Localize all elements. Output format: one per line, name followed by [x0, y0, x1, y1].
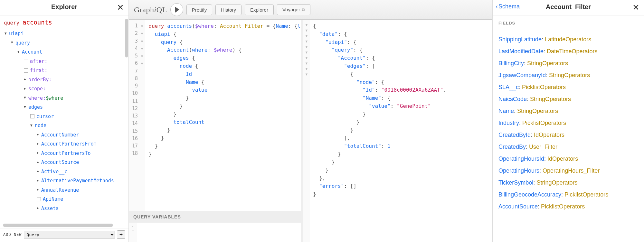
schema-field-tickersymbol: TickerSymbol: StringOperators — [498, 177, 638, 189]
tree-field-accountnumber[interactable]: ▶AccountNumber — [3, 130, 127, 140]
tree-field-alternativepaymentmethods[interactable]: ▶AlternativePaymentMethods — [3, 176, 127, 186]
field-name[interactable]: Name — [498, 108, 514, 114]
explorer-tree: ▼uiapi ▼query ▼Account after: first: ▶or… — [3, 29, 127, 213]
schema-field-shippinglatitude: ShippingLatitude: LatitudeOperators — [498, 34, 638, 45]
horizontal-scrollbar[interactable] — [3, 224, 113, 227]
tree-node[interactable]: ▼node — [3, 121, 127, 130]
schema-field-naicscode: NaicsCode: StringOperators — [498, 93, 638, 105]
operation-row[interactable]: query accounts — [3, 18, 127, 29]
field-type[interactable]: StringOperators — [530, 96, 571, 102]
checkbox[interactable] — [30, 114, 34, 118]
tree-after[interactable]: after: — [3, 57, 127, 66]
field-name[interactable]: AccountSource — [498, 203, 538, 210]
schema-field-industry: Industry: PicklistOperators — [498, 117, 638, 129]
play-icon — [175, 7, 179, 13]
field-name[interactable]: LastModifiedDate — [498, 48, 544, 55]
tree-uiapi[interactable]: ▼uiapi — [3, 29, 127, 38]
tree-field-apiname[interactable]: ApiName — [3, 195, 127, 204]
fold-gutter[interactable]: ▼▼▼▼▼▼▼▼ ▼▼ — [303, 20, 310, 242]
tree-field-annualrevenue[interactable]: ▶AnnualRevenue — [3, 186, 127, 195]
explorer-button[interactable]: Explorer — [245, 5, 274, 15]
explorer-body: query accounts ▼uiapi ▼query ▼Account af… — [0, 15, 128, 222]
field-name[interactable]: SLA__c — [498, 84, 519, 90]
tree-field-accountsource[interactable]: ▶AccountSource — [3, 158, 127, 167]
explorer-panel: Explorer ✕ query accounts ▼uiapi ▼query … — [0, 0, 129, 242]
field-name[interactable]: OperatingHoursId — [498, 156, 544, 162]
schema-header: ‹Schema Account_Filter ✕ — [493, 0, 644, 15]
field-name[interactable]: CreatedBy — [498, 144, 526, 150]
field-name[interactable]: CreatedById — [498, 132, 531, 138]
field-name[interactable]: OperatingHours — [498, 167, 539, 174]
toolbar: GraphiQL Prettify History Explorer Voyag… — [129, 0, 492, 20]
field-type[interactable]: PicklistOperators — [522, 120, 566, 126]
field-type[interactable]: StringOperators — [536, 179, 577, 186]
tree-field-accountpartnersto[interactable]: ▶AccountPartnersTo — [3, 149, 127, 158]
field-type[interactable]: OperatingHours_Filter — [543, 167, 600, 174]
add-button[interactable]: + — [117, 230, 125, 239]
schema-field-jigsawcompanyid: JigsawCompanyId: StringOperators — [498, 69, 638, 81]
schema-field-name: Name: StringOperators — [498, 105, 638, 117]
tree-account[interactable]: ▼Account — [3, 47, 127, 57]
query-variables-editor[interactable]: 1 — [129, 223, 301, 242]
schema-panel: ‹Schema Account_Filter ✕ FIELDS Shipping… — [493, 0, 644, 242]
field-type[interactable]: IdOperators — [547, 156, 578, 162]
tree-field-assets[interactable]: ▶Assets — [3, 204, 127, 213]
schema-field-operatinghoursid: OperatingHoursId: IdOperators — [498, 153, 638, 165]
tree-field-active__c[interactable]: ▶Active__c — [3, 167, 127, 176]
chevron-left-icon: ‹ — [496, 3, 498, 10]
schema-field-createdby: CreatedBy: User_Filter — [498, 141, 638, 153]
external-link-icon: ⧉ — [302, 7, 305, 13]
field-name[interactable]: JigsawCompanyId — [498, 72, 546, 78]
field-type[interactable]: PicklistOperators — [564, 191, 608, 198]
explorer-footer: ADD NEW Query + — [0, 228, 128, 242]
schema-field-createdbyid: CreatedById: IdOperators — [498, 129, 638, 141]
schema-back-button[interactable]: ‹Schema — [496, 3, 520, 10]
field-type[interactable]: StringOperators — [549, 72, 590, 78]
prettify-button[interactable]: Prettify — [186, 5, 213, 15]
field-name[interactable]: BillingGeocodeAccuracy — [498, 191, 561, 198]
schema-field-operatinghours: OperatingHours: OperatingHours_Filter — [498, 165, 638, 177]
query-variables-header[interactable]: QUERY VARIABLES — [129, 211, 301, 223]
tree-first[interactable]: first: — [3, 66, 127, 75]
field-type[interactable]: StringOperators — [527, 60, 568, 66]
field-type[interactable]: IdOperators — [534, 132, 564, 138]
field-name[interactable]: NaicsCode — [498, 96, 527, 102]
graphiql-logo: GraphiQL — [134, 5, 167, 14]
field-type[interactable]: DateTimeOperators — [547, 48, 597, 55]
checkbox[interactable] — [37, 197, 41, 201]
field-name[interactable]: TickerSymbol — [498, 179, 533, 186]
line-gutter: 1 — [129, 223, 137, 242]
add-new-select[interactable]: Query — [24, 231, 115, 238]
history-button[interactable]: History — [215, 5, 242, 15]
execute-button[interactable] — [170, 3, 183, 16]
field-name[interactable]: BillingCity — [498, 60, 524, 66]
tree-query[interactable]: ▼query — [3, 38, 127, 48]
query-code[interactable]: query accounts($where: Account_Filter = … — [145, 20, 301, 211]
field-type[interactable]: User_Filter — [529, 144, 557, 150]
schema-field-billinggeocodeaccuracy: BillingGeocodeAccuracy: PicklistOperator… — [498, 189, 638, 201]
close-icon[interactable]: ✕ — [117, 3, 124, 13]
voyager-button[interactable]: Voyager⧉ — [277, 4, 310, 15]
query-editor[interactable]: 1 ▼2 ▼3 ▼4 ▼5 ▼6 ▼7 8 9 10 11 12 13 14 1… — [129, 20, 303, 242]
field-type[interactable]: StringOperators — [517, 108, 558, 114]
tree-where[interactable]: ▼where: $where — [3, 94, 127, 103]
scrollbar[interactable] — [125, 19, 128, 57]
add-new-label: ADD NEW — [3, 232, 22, 237]
tree-cursor[interactable]: cursor — [3, 112, 127, 121]
checkbox[interactable] — [24, 68, 28, 73]
field-name[interactable]: Industry — [498, 120, 519, 126]
field-type[interactable]: LatitudeOperators — [545, 36, 591, 43]
field-type[interactable]: PicklistOperators — [541, 203, 585, 210]
tree-field-accountpartnersfrom[interactable]: ▶AccountPartnersFrom — [3, 139, 127, 149]
close-icon[interactable]: ✕ — [632, 3, 639, 13]
tree-orderby[interactable]: ▶orderBy: — [3, 75, 127, 85]
operation-name[interactable]: accounts — [22, 19, 53, 26]
tree-scope[interactable]: ▶scope: — [3, 84, 127, 94]
field-name[interactable]: ShippingLatitude — [498, 36, 542, 43]
explorer-title: Explorer — [51, 3, 77, 11]
graphiql-panel: GraphiQL Prettify History Explorer Voyag… — [129, 0, 493, 242]
tree-edges[interactable]: ▼edges — [3, 103, 127, 112]
schema-field-accountsource: AccountSource: PicklistOperators — [498, 201, 638, 213]
field-type[interactable]: PicklistOperators — [522, 84, 566, 90]
checkbox[interactable] — [24, 59, 28, 63]
